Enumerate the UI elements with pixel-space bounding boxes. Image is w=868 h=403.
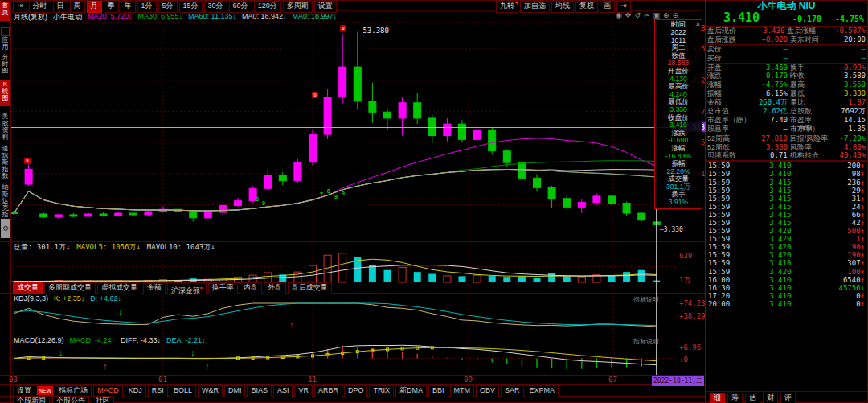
mini-tab-财[interactable]: 财 — [763, 393, 778, 403]
jump-icon[interactable]: ⇥ — [13, 1, 27, 13]
sidebar-item-道琼斯指数[interactable]: 道琼斯指数 — [0, 145, 10, 182]
sidebar-item-美股资料[interactable]: 美股资料 — [0, 113, 10, 142]
nine-turn-count: 7 — [320, 191, 323, 197]
trade-row[interactable]: 20:003.4100↑ — [706, 300, 867, 308]
indicator-tab-EXPMA[interactable]: EXPMA — [526, 385, 559, 397]
news-tab-个股公告[interactable]: 个股公告 — [52, 396, 89, 403]
indicator-tab-BIAS[interactable]: BIAS — [247, 385, 272, 397]
indicator-tab-SAR[interactable]: SAR — [501, 385, 524, 397]
toolbar-button-均线[interactable]: 均线 — [551, 1, 574, 13]
nine-turn-badge: 9 — [312, 92, 318, 98]
news-tab-社区[interactable]: 社区 — [92, 396, 114, 403]
macd-note[interactable]: 指标说明 — [633, 337, 659, 346]
indicator-tab-ASI[interactable]: ASI — [273, 385, 293, 397]
trade-row[interactable]: 15:593.41542↑ — [706, 219, 867, 227]
period-tab-季[interactable]: 季 — [104, 1, 119, 13]
sidebar-item-分时图[interactable]: 分时图 — [0, 53, 10, 77]
indicator-tab-VR[interactable]: VR — [294, 385, 313, 397]
sidebar-item-首页[interactable]: 首页 — [0, 2, 10, 21]
vol-tab-成交量[interactable]: 成交量 — [13, 282, 43, 294]
tool-icon-4[interactable]: ▣ — [653, 11, 661, 19]
trade-row[interactable]: 15:593.410307↑ — [706, 259, 867, 267]
sidebar-item-应用[interactable]: 应用 — [0, 26, 10, 51]
indicator-tab-KDJ[interactable]: KDJ — [125, 385, 146, 397]
indicator-tab-DMI[interactable]: DMI — [224, 385, 246, 397]
vol-tab-多周期成交量[interactable]: 多周期成交量 — [44, 282, 96, 294]
indicator-tab-ARBR[interactable]: ARBR — [314, 385, 342, 397]
close-icon[interactable]: × — [696, 20, 700, 29]
period-tab-月[interactable]: 月 — [87, 1, 102, 13]
period-tab-120分[interactable]: 120分 — [254, 1, 281, 13]
vol-tab-换手率[interactable]: 换手率 — [208, 282, 238, 294]
trade-row[interactable]: 15:593.42090↑ — [706, 243, 867, 251]
trade-time: 15:59 — [708, 162, 740, 170]
trade-row[interactable]: 15:593.420100↑ — [706, 268, 867, 276]
period-tab-周[interactable]: 周 — [70, 1, 85, 13]
trade-row[interactable]: 16:303.41045756↓ — [706, 284, 867, 292]
trade-row[interactable]: 15:593.41529↑ — [706, 187, 867, 195]
indicator-tab-BBI[interactable]: BBI — [428, 385, 448, 397]
indicator-tab-W&R[interactable]: W&R — [198, 385, 223, 397]
new-badge: NEW — [37, 386, 53, 395]
nine-turn-count: 9 — [262, 200, 265, 206]
tool-icon-1[interactable]: ✥ — [625, 11, 632, 19]
period-tab-60分[interactable]: 60分 — [229, 1, 252, 13]
vol-tab-外盘[interactable]: 外盘 — [264, 282, 286, 294]
mini-tab-评[interactable]: 评 — [780, 393, 796, 403]
toolbar-button-九转[interactable]: 九转 — [496, 1, 518, 13]
tool-icon-0[interactable]: ◉ — [616, 11, 622, 19]
period-tab-年[interactable]: 年 — [121, 1, 136, 13]
sidebar-item-K线图[interactable]: K线图 — [0, 80, 10, 106]
vol-tab-虚拟成交量[interactable]: 虚拟成交量 — [97, 282, 141, 294]
indicator-tab-TRIX[interactable]: TRIX — [369, 385, 394, 397]
trade-row[interactable]: 16:003.4106540↑ — [706, 276, 867, 284]
indicator-tab-BOLL[interactable]: BOLL — [170, 385, 196, 397]
indicator-tab-DPO[interactable]: DPO — [344, 385, 368, 397]
period-tab-1分[interactable]: 1分 — [137, 1, 157, 13]
tool-icon-6[interactable]: ⊖ — [673, 11, 679, 19]
tool-icon-2[interactable]: ↺ — [634, 11, 641, 19]
period-tab-多周期[interactable]: 多周期 — [283, 1, 313, 13]
trade-row[interactable]: 15:593.4201↑ — [706, 235, 867, 243]
indicator-tab-RSI[interactable]: RSI — [148, 385, 168, 397]
toolbar-button-复权[interactable]: 复权 — [575, 1, 598, 13]
quote-label: 总市值 — [707, 107, 754, 116]
trade-row[interactable]: 17:203.4100↑ — [706, 292, 867, 300]
vol-tab-沪深金额[interactable]: 沪深金额• — [167, 282, 207, 294]
toolbar-button-加自选[interactable]: 加自选 — [520, 1, 550, 13]
vol-tab-内盘[interactable]: 内盘 — [240, 282, 262, 294]
indicator-tab-OBV[interactable]: OBV — [476, 385, 499, 397]
mini-tab-细[interactable]: 细 — [710, 393, 725, 403]
tool-icon-3[interactable]: ✂ — [644, 11, 650, 19]
period-tab-设置[interactable]: 设置 — [314, 1, 337, 13]
sidebar-gear-button[interactable]: ⚙ — [1, 219, 10, 238]
vol-tab-盘后成交量[interactable]: 盘后成交量 — [288, 282, 332, 294]
buy-signal-arrow: ↑ — [205, 362, 210, 371]
mini-tab-估[interactable]: 估 — [745, 393, 760, 403]
mini-tab-筹[interactable]: 筹 — [727, 393, 743, 403]
news-tab-个股新闻[interactable]: 个股新闻 — [13, 396, 50, 403]
tool-icon-5[interactable]: ⊕ — [663, 11, 669, 19]
trade-row[interactable]: 15:593.420190↑ — [706, 251, 867, 259]
period-tab-30分[interactable]: 30分 — [204, 1, 227, 13]
last-price: 3.410 — [723, 10, 760, 25]
trade-row[interactable]: 15:593.41098↑ — [706, 170, 867, 178]
trade-row[interactable]: 15:593.41566↑ — [706, 211, 867, 219]
period-tab-日[interactable]: 日 — [53, 1, 68, 13]
quote-label: 盘后现价 — [707, 27, 752, 35]
trade-row[interactable]: 15:593.410200↑ — [706, 162, 867, 170]
toolbar-button-画[interactable]: 画 — [600, 1, 615, 13]
indicator-tab-MTM[interactable]: MTM — [450, 385, 475, 397]
hot-dot: • — [200, 284, 203, 291]
period-tab-分时[interactable]: 分时 — [29, 1, 51, 13]
indicator-tab-新DMA[interactable]: 新DMA — [395, 385, 427, 397]
kdj-note[interactable]: 指标说明 — [633, 295, 659, 304]
quote-label: 金额 — [707, 98, 754, 107]
period-tab-15分[interactable]: 15分 — [179, 1, 203, 13]
trade-row[interactable]: 15:593.41524↑ — [706, 203, 867, 211]
trade-row[interactable]: 15:593.41531↑ — [706, 195, 867, 203]
period-tab-5分[interactable]: 5分 — [158, 1, 178, 13]
vol-tab-金额[interactable]: 金额 — [143, 282, 166, 294]
trade-row[interactable]: 15:593.415236↑ — [706, 179, 867, 187]
trade-row[interactable]: 15:593.420500↑ — [706, 227, 867, 235]
